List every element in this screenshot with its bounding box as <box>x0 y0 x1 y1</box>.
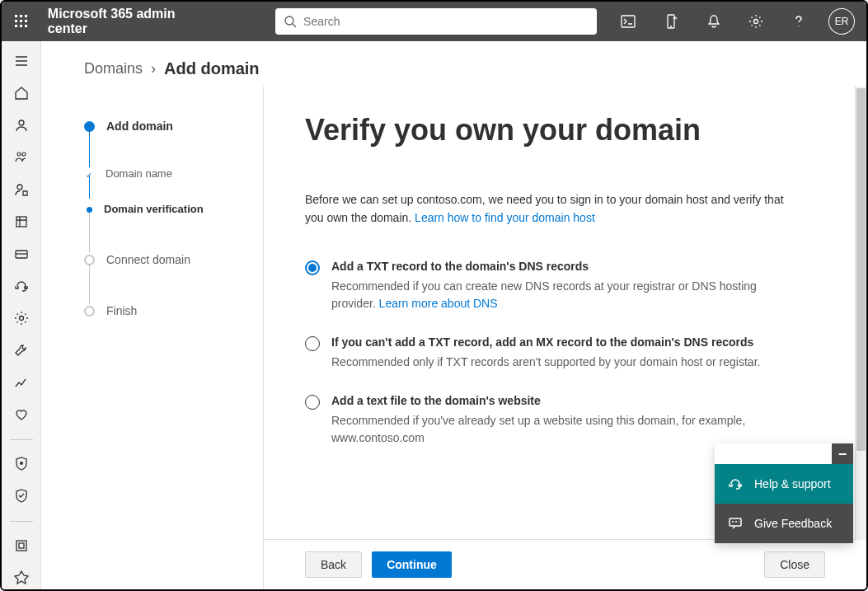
floating-help-panel: − Help & support Give Feedback <box>715 443 853 543</box>
left-nav-rail <box>2 41 41 589</box>
continue-button[interactable]: Continue <box>372 551 452 578</box>
roles-icon[interactable] <box>7 178 36 200</box>
scrollbar-thumb[interactable] <box>856 88 866 451</box>
help-icon[interactable] <box>781 2 817 41</box>
svg-rect-3 <box>15 20 17 22</box>
svg-line-10 <box>293 24 296 27</box>
svg-point-20 <box>22 152 26 156</box>
opt2-desc: Recommended only if TXT records aren't s… <box>331 354 760 371</box>
step-domain-name: Domain name <box>106 167 172 203</box>
reports-icon[interactable] <box>7 372 36 394</box>
help-support-button[interactable]: Help & support <box>715 464 853 504</box>
search-icon <box>284 15 297 28</box>
svg-point-14 <box>754 20 758 24</box>
close-button[interactable]: Close <box>764 551 825 578</box>
headset-icon <box>728 476 743 491</box>
svg-rect-1 <box>20 15 22 17</box>
opt1-link[interactable]: Learn more about DNS <box>379 297 498 310</box>
breadcrumb-current: Add domain <box>164 59 260 78</box>
radio-selected[interactable] <box>305 260 320 275</box>
svg-point-9 <box>285 16 293 25</box>
step-dot-active <box>84 121 95 132</box>
content-column: Domains › Add domain Add domain ✓ Domain… <box>41 41 866 589</box>
resources-icon[interactable] <box>7 210 36 232</box>
hamburger-icon[interactable] <box>7 49 36 72</box>
top-bar: Microsoft 365 admin center ER <box>2 2 866 41</box>
feedback-icon <box>728 516 743 531</box>
step-dot-current <box>87 207 92 213</box>
opt3-label: Add a text file to the domain's website <box>331 394 783 407</box>
svg-point-26 <box>20 462 23 465</box>
user-icon[interactable] <box>7 114 36 136</box>
intro-text: Before we can set up contoso.com, we nee… <box>305 191 800 227</box>
health-icon[interactable] <box>7 404 36 426</box>
svg-rect-11 <box>622 16 635 27</box>
customize-icon[interactable] <box>7 567 36 589</box>
avatar[interactable]: ER <box>828 8 855 35</box>
step-domain-verification: Domain verification <box>104 203 204 253</box>
back-button[interactable]: Back <box>305 551 362 578</box>
home-icon[interactable] <box>7 82 36 104</box>
collapse-icon[interactable]: − <box>832 443 853 465</box>
breadcrumb: Domains › Add domain <box>41 41 866 87</box>
setup-icon[interactable] <box>7 340 36 362</box>
teams-icon[interactable] <box>7 146 36 168</box>
svg-rect-6 <box>15 25 17 27</box>
app-title: Microsoft 365 admin center <box>48 7 218 36</box>
breadcrumb-parent[interactable]: Domains <box>84 60 143 77</box>
radio-unselected[interactable] <box>305 395 320 410</box>
give-feedback-button[interactable]: Give Feedback <box>715 504 853 543</box>
step-dot-pending <box>84 306 95 317</box>
svg-rect-28 <box>19 543 24 548</box>
radio-unselected[interactable] <box>305 336 320 351</box>
opt1-label: Add a TXT record to the domain's DNS rec… <box>331 260 783 273</box>
svg-rect-7 <box>20 25 22 27</box>
wizard-footer: Back Continue Close <box>264 539 866 589</box>
svg-rect-27 <box>16 541 26 551</box>
shell-icon[interactable] <box>610 2 646 41</box>
option-text-file[interactable]: Add a text file to the domain's website … <box>305 394 783 447</box>
security-icon[interactable] <box>7 453 36 476</box>
verification-options: Add a TXT record to the domain's DNS rec… <box>305 260 783 447</box>
search-input[interactable] <box>303 15 589 28</box>
wizard-stepper: Add domain ✓ Domain name Domain verifica… <box>41 87 264 589</box>
bell-icon[interactable] <box>696 2 732 41</box>
svg-point-19 <box>17 152 21 156</box>
svg-rect-8 <box>25 25 27 27</box>
settings-icon[interactable] <box>7 307 36 330</box>
billing-icon[interactable] <box>7 242 36 265</box>
mobile-icon[interactable] <box>653 2 689 41</box>
svg-rect-2 <box>25 15 27 17</box>
option-txt-record[interactable]: Add a TXT record to the domain's DNS rec… <box>305 260 783 312</box>
compliance-icon[interactable] <box>7 485 36 508</box>
scrollbar[interactable] <box>855 87 866 540</box>
all-admin-icon[interactable] <box>7 535 36 557</box>
step-check-icon: ✓ <box>84 170 94 180</box>
support-icon[interactable] <box>7 274 36 297</box>
svg-rect-0 <box>15 15 17 17</box>
step-dot-pending <box>84 255 95 265</box>
svg-rect-4 <box>20 20 22 22</box>
page-heading: Verify you own your domain <box>305 111 817 148</box>
opt2-label: If you can't add a TXT record, add an MX… <box>331 335 760 349</box>
step-connect-domain: Connect domain <box>106 253 190 304</box>
opt3-desc: Recommended if you've already set up a w… <box>331 412 783 447</box>
svg-point-25 <box>19 317 23 321</box>
search-box[interactable] <box>275 8 597 35</box>
intro-link[interactable]: Learn how to find your domain host <box>415 211 595 224</box>
gear-icon[interactable] <box>739 2 775 41</box>
svg-rect-22 <box>16 217 26 227</box>
svg-rect-5 <box>25 20 27 22</box>
step-add-domain: Add domain <box>106 120 173 167</box>
svg-point-21 <box>17 185 22 190</box>
app-launcher-icon[interactable] <box>8 8 35 35</box>
step-finish: Finish <box>106 304 137 352</box>
opt1-desc: Recommended if you can create new DNS re… <box>331 278 783 312</box>
chevron-right-icon: › <box>151 60 156 77</box>
svg-point-18 <box>19 120 24 125</box>
option-mx-record[interactable]: If you can't add a TXT record, add an MX… <box>305 335 783 371</box>
